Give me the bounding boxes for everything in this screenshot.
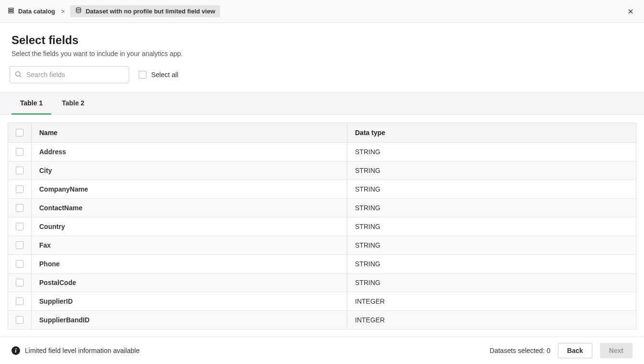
svg-rect-1 (9, 10, 14, 11)
search-wrapper (10, 66, 129, 83)
breadcrumb-separator: > (61, 8, 65, 15)
table-header-row: Name Data type (8, 123, 636, 143)
table-row: AddressSTRING (8, 143, 636, 161)
row-type: INTEGER (347, 292, 636, 311)
row-checkbox-cell (8, 273, 32, 292)
row-checkbox-cell (8, 236, 32, 255)
select-all-wrapper: Select all (139, 71, 178, 79)
row-name: Fax (32, 236, 347, 255)
row-name: Address (32, 143, 347, 161)
row-name: CompanyName (32, 180, 347, 199)
row-checkbox[interactable] (16, 148, 23, 156)
row-type: INTEGER (347, 311, 636, 330)
row-checkbox[interactable] (16, 223, 23, 230)
table-row: CitySTRING (8, 161, 636, 180)
breadcrumb: Data catalog > Dataset with no profile b… (8, 5, 220, 17)
select-all-checkbox[interactable] (139, 71, 146, 79)
table-row: FaxSTRING (8, 236, 636, 255)
row-checkbox-cell (8, 311, 32, 330)
row-checkbox[interactable] (16, 241, 23, 249)
row-checkbox[interactable] (16, 204, 23, 212)
table-row: PhoneSTRING (8, 255, 636, 273)
table-row: SupplierBandIDINTEGER (8, 311, 636, 330)
select-all-label: Select all (151, 71, 178, 79)
search-input[interactable] (10, 66, 129, 83)
column-header-data-type[interactable]: Data type (347, 123, 636, 143)
row-checkbox-cell (8, 161, 32, 180)
svg-rect-0 (9, 8, 14, 9)
row-type: STRING (347, 199, 636, 217)
row-type: STRING (347, 143, 636, 161)
page-subtitle: Select the fields you want to include in… (11, 50, 633, 57)
selected-count: Datasets selected: 0 (489, 347, 550, 354)
row-checkbox[interactable] (16, 167, 23, 174)
table-row: ContactNameSTRING (8, 199, 636, 217)
breadcrumb-root[interactable]: Data catalog (8, 7, 55, 15)
tab-table-1[interactable]: Table 1 (11, 92, 51, 114)
row-name: PostalCode (32, 273, 347, 292)
row-type: STRING (347, 273, 636, 292)
svg-point-3 (76, 8, 80, 10)
svg-rect-2 (9, 12, 14, 13)
header-checkbox[interactable] (16, 129, 23, 136)
page-header: Select fields Select the fields you want… (0, 23, 644, 66)
selected-count-value: 0 (546, 347, 550, 354)
row-name: City (32, 161, 347, 180)
row-type: STRING (347, 255, 636, 273)
footer-bar: i Limited field level information availa… (0, 337, 644, 364)
row-checkbox-cell (8, 255, 32, 273)
info-icon: i (11, 346, 20, 355)
row-checkbox[interactable] (16, 279, 23, 286)
row-checkbox-cell (8, 180, 32, 199)
dataset-icon (75, 7, 82, 15)
table-row: CountrySTRING (8, 217, 636, 236)
table-row: CompanyNameSTRING (8, 180, 636, 199)
footer-info-message: Limited field level information availabl… (25, 347, 140, 354)
back-button[interactable]: Back (558, 343, 592, 358)
catalog-icon (8, 7, 14, 15)
row-checkbox[interactable] (16, 260, 23, 268)
footer-info: i Limited field level information availa… (11, 346, 140, 355)
header-bar: Data catalog > Dataset with no profile b… (0, 0, 644, 23)
table-row: PostalCodeSTRING (8, 273, 636, 292)
footer-right: Datasets selected: 0 Back Next (489, 343, 633, 358)
tab-table-2[interactable]: Table 2 (53, 92, 93, 114)
row-name: SupplierID (32, 292, 347, 311)
row-name: Phone (32, 255, 347, 273)
breadcrumb-current-label: Dataset with no profile but limited fiel… (86, 8, 215, 15)
page-title: Select fields (11, 34, 633, 47)
row-name: ContactName (32, 199, 347, 217)
table-container: Name Data type AddressSTRINGCitySTRINGCo… (0, 115, 644, 337)
row-type: STRING (347, 161, 636, 180)
row-checkbox-cell (8, 217, 32, 236)
row-name: Country (32, 217, 347, 236)
selected-label: Datasets selected: (489, 347, 544, 354)
breadcrumb-root-label: Data catalog (18, 8, 55, 15)
next-button[interactable]: Next (600, 343, 633, 358)
row-name: SupplierBandID (32, 311, 347, 330)
row-checkbox[interactable] (16, 316, 23, 324)
column-header-name[interactable]: Name (32, 123, 347, 143)
close-button[interactable] (625, 6, 636, 17)
row-type: STRING (347, 236, 636, 255)
column-header-checkbox (8, 123, 32, 143)
row-checkbox[interactable] (16, 185, 23, 193)
toolbar: Select all (0, 66, 644, 92)
row-checkbox[interactable] (16, 297, 23, 305)
tabs-bar: Table 1 Table 2 (0, 92, 644, 115)
row-checkbox-cell (8, 143, 32, 161)
row-checkbox-cell (8, 199, 32, 217)
row-type: STRING (347, 217, 636, 236)
row-checkbox-cell (8, 292, 32, 311)
table-row: SupplierIDINTEGER (8, 292, 636, 311)
breadcrumb-current[interactable]: Dataset with no profile but limited fiel… (70, 5, 220, 17)
fields-table: Name Data type AddressSTRINGCitySTRINGCo… (8, 123, 636, 330)
row-type: STRING (347, 180, 636, 199)
